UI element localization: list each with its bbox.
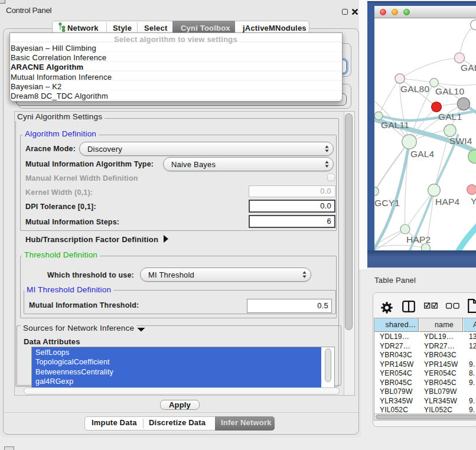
svg-text:GAL80: GAL80 [400,84,429,94]
svg-text:Y: Y [471,196,476,206]
svg-text:HAP4: HAP4 [435,197,459,207]
svg-text:GAL4: GAL4 [410,149,435,159]
svg-text:GAL1: GAL1 [438,112,462,122]
svg-text:SWI4: SWI4 [449,136,472,146]
svg-text:HAP2: HAP2 [406,234,431,244]
svg-text:GAL2: GAL2 [461,63,476,73]
svg-text:GCY1: GCY1 [374,198,400,208]
svg-text:GAL10: GAL10 [435,86,464,96]
svg-text:GAL11: GAL11 [381,120,409,130]
